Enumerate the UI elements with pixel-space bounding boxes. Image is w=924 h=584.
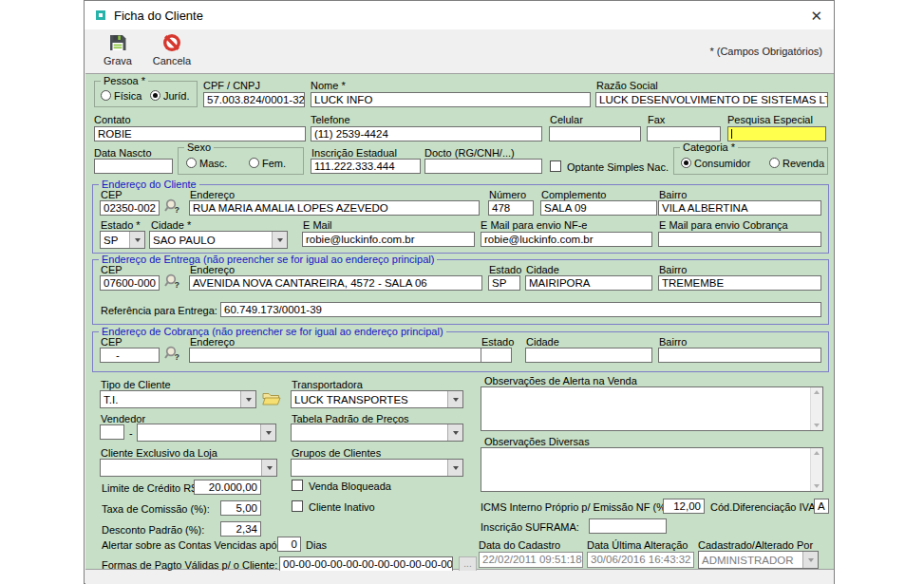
cliente-endereco-field[interactable]: RUA MARIA AMALIA LOPES AZEVEDO bbox=[189, 200, 480, 216]
chevron-down-icon[interactable] bbox=[240, 391, 255, 407]
scroll-up-icon[interactable] bbox=[814, 390, 820, 394]
contato-label: Contato bbox=[94, 114, 131, 125]
radio-consumidor[interactable] bbox=[681, 158, 691, 168]
chevron-down-icon[interactable] bbox=[260, 424, 275, 441]
nome-label: Nome * bbox=[311, 80, 346, 91]
cobranca-endereco-label: Endereço bbox=[190, 336, 235, 348]
cliente-exclusivo-combo[interactable] bbox=[100, 459, 277, 477]
venda-bloqueada-checkbox[interactable] bbox=[292, 480, 303, 491]
scroll-down-icon[interactable] bbox=[814, 484, 820, 488]
cobranca-cidade-field[interactable] bbox=[525, 348, 652, 363]
cep-lookup-icon[interactable]: ? bbox=[163, 346, 181, 367]
cliente-cep-field[interactable]: 02350-002 bbox=[100, 200, 160, 216]
obs-diversas-text[interactable] bbox=[481, 448, 810, 491]
radio-revenda-label: Revenda bbox=[783, 158, 824, 169]
save-label: Grava bbox=[104, 55, 132, 66]
data-alteracao-label: Data Última Alteração bbox=[587, 539, 688, 551]
telefone-field[interactable]: (11) 2539-4424 bbox=[311, 126, 542, 141]
grupos-clientes-combo[interactable] bbox=[291, 459, 463, 477]
obs-alerta-text[interactable] bbox=[481, 387, 810, 430]
tabela-precos-value bbox=[292, 424, 447, 441]
radio-revenda[interactable] bbox=[769, 158, 780, 168]
cliente-complemento-field[interactable]: SALA 09 bbox=[540, 200, 657, 216]
cobranca-endereco-field[interactable] bbox=[189, 348, 482, 363]
docto-field[interactable] bbox=[424, 159, 542, 174]
cliente-email-nfe-field[interactable]: robie@luckinfo.com.br bbox=[481, 232, 652, 247]
svg-text:?: ? bbox=[175, 205, 180, 215]
scrollbar[interactable] bbox=[810, 448, 822, 491]
razao-social-field[interactable]: LUCK DESENVOLVIMENTO DE SISTEMAS LTDA bbox=[595, 92, 828, 107]
tipo-cliente-combo[interactable]: T.I. bbox=[100, 390, 256, 408]
cancel-button[interactable]: Cancela bbox=[145, 33, 198, 66]
entrega-endereco-field[interactable]: AVENIDA NOVA CANTAREIRA, 4572 - SALA 06 bbox=[189, 275, 482, 291]
insc-estadual-field[interactable]: 111.222.333.444 bbox=[311, 159, 421, 174]
suframa-field[interactable] bbox=[589, 518, 667, 534]
data-cadastro-label: Data do Cadastro bbox=[479, 539, 560, 551]
taxa-comissao-field[interactable]: 5,00 bbox=[220, 500, 261, 516]
chevron-down-icon[interactable] bbox=[447, 460, 462, 476]
desconto-padrao-field[interactable]: 2,34 bbox=[220, 521, 261, 537]
scrollbar[interactable] bbox=[810, 387, 822, 430]
cliente-numero-field[interactable]: 478 bbox=[488, 200, 534, 216]
obs-diversas-textarea[interactable] bbox=[481, 447, 823, 492]
pesquisa-especial-label: Pesquisa Especial bbox=[727, 114, 813, 125]
entrega-bairro-field[interactable]: TREMEMBE bbox=[658, 275, 821, 291]
iva-field[interactable]: A bbox=[814, 499, 829, 514]
formas-pagto-browse-button[interactable]: ... bbox=[459, 556, 477, 572]
chevron-down-icon[interactable] bbox=[261, 460, 276, 476]
form-panel: Pessoa * Física Juríd. CPF / CNPJ 57.003… bbox=[85, 73, 834, 570]
chevron-down-icon[interactable] bbox=[447, 424, 462, 441]
cobranca-cep-field[interactable]: - bbox=[100, 348, 160, 363]
nome-field[interactable]: LUCK INFO bbox=[311, 92, 591, 107]
alertar-dias-field[interactable]: 0 bbox=[277, 537, 301, 552]
text-caret bbox=[731, 129, 732, 139]
radio-masc[interactable] bbox=[186, 158, 197, 168]
icms-label: ICMS Interno Próprio p/ Emissão NF (%): bbox=[481, 501, 672, 513]
cliente-bairro-field[interactable]: VILA ALBERTINA bbox=[658, 200, 821, 216]
celular-field[interactable] bbox=[549, 126, 641, 141]
cep-lookup-icon[interactable]: ? bbox=[163, 198, 181, 219]
entrega-estado-field[interactable]: SP bbox=[488, 275, 520, 291]
chevron-down-icon[interactable] bbox=[447, 391, 462, 407]
cep-lookup-icon[interactable]: ? bbox=[163, 273, 181, 294]
save-button[interactable]: Grava bbox=[94, 33, 141, 66]
data-nascto-field[interactable] bbox=[94, 159, 173, 174]
entrega-cidade-field[interactable]: MAIRIPORA bbox=[525, 275, 652, 291]
telefone-label: Telefone bbox=[311, 114, 350, 125]
vendedor-codigo-field[interactable] bbox=[100, 424, 124, 440]
scroll-down-icon[interactable] bbox=[814, 424, 820, 427]
tabela-precos-combo[interactable] bbox=[291, 424, 463, 442]
radio-fisica-label: Física bbox=[114, 90, 141, 102]
obs-alerta-textarea[interactable] bbox=[481, 386, 823, 431]
cobranca-estado-field[interactable] bbox=[481, 348, 512, 363]
icms-field[interactable]: 12,00 bbox=[663, 499, 705, 514]
cliente-cidade-combo[interactable]: SAO PAULO bbox=[149, 231, 288, 249]
open-folder-icon[interactable] bbox=[262, 391, 281, 410]
entrega-referencia-field[interactable]: 60.749.173/0001-39 bbox=[220, 302, 821, 317]
optante-simples-checkbox[interactable] bbox=[550, 160, 561, 172]
pesquisa-especial-field[interactable] bbox=[727, 126, 826, 141]
radio-juridica[interactable] bbox=[150, 90, 160, 101]
contato-field[interactable]: ROBIE bbox=[94, 126, 306, 141]
cliente-cidade-label: Cidade * bbox=[151, 219, 191, 231]
chevron-down-icon[interactable] bbox=[129, 232, 144, 248]
radio-fisica[interactable] bbox=[101, 90, 111, 101]
cpf-cnpj-field[interactable]: 57.003.824/0001-32 bbox=[203, 92, 305, 107]
limite-credito-field[interactable]: 20.000,00 bbox=[194, 480, 261, 495]
vendedor-combo[interactable] bbox=[137, 424, 276, 442]
cliente-email-field[interactable]: robie@luckinfo.com.br bbox=[302, 232, 475, 247]
cobranca-bairro-field[interactable] bbox=[658, 348, 821, 363]
formas-pagto-field[interactable]: 00-00-00-00-00-00-00-00-00-00-00-00 bbox=[279, 556, 453, 572]
scroll-up-icon[interactable] bbox=[814, 451, 820, 455]
chevron-down-icon[interactable] bbox=[272, 232, 287, 248]
cliente-email-cobranca-field[interactable] bbox=[658, 232, 821, 247]
cliente-estado-combo[interactable]: SP bbox=[100, 231, 145, 249]
cliente-inativo-checkbox[interactable] bbox=[292, 500, 303, 512]
entrega-cep-field[interactable]: 07600-000 bbox=[100, 275, 160, 291]
fax-field[interactable] bbox=[647, 126, 721, 141]
transportadora-combo[interactable]: LUCK TRANSPORTES bbox=[291, 390, 463, 408]
close-icon[interactable]: ✕ bbox=[810, 9, 822, 23]
radio-fem[interactable] bbox=[249, 158, 259, 168]
cadastrado-por-combo: ADMINISTRADOR bbox=[698, 551, 819, 569]
cliente-numero-label: Número bbox=[489, 189, 526, 200]
